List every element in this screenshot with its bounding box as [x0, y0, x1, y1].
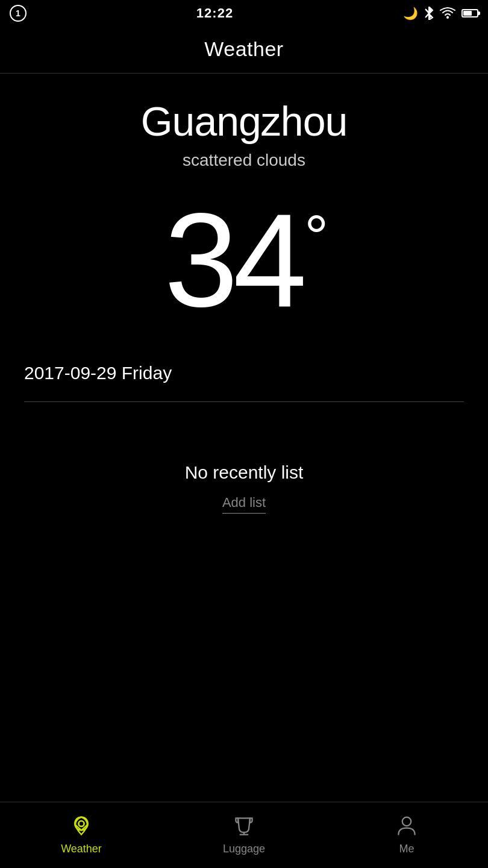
tab-luggage[interactable]: Luggage	[163, 802, 325, 868]
no-list-section: No recently list Add list	[24, 426, 464, 550]
temperature-value: 34	[164, 194, 302, 327]
svg-point-5	[78, 821, 84, 826]
nav-bar: Weather	[0, 27, 488, 74]
weather-content: Guangzhou scattered clouds 34° 2017-09-2…	[0, 74, 488, 802]
date-display: 2017-09-29 Friday	[24, 363, 464, 383]
tab-luggage-label: Luggage	[223, 843, 265, 855]
svg-point-8	[402, 817, 411, 826]
city-name: Guangzhou	[24, 98, 464, 145]
person-icon	[395, 815, 418, 838]
tab-weather[interactable]: Weather	[0, 802, 163, 868]
tab-weather-label: Weather	[61, 843, 102, 855]
status-icons: 🌙	[403, 6, 478, 20]
status-time: 12:22	[196, 5, 233, 21]
trophy-icon	[233, 815, 255, 838]
tab-me-label: Me	[399, 843, 414, 855]
status-bar: 1 12:22 🌙	[0, 0, 488, 27]
temperature-display: 34°	[24, 194, 464, 327]
tab-me[interactable]: Me	[325, 802, 488, 868]
svg-point-2	[446, 16, 449, 19]
battery-icon	[461, 9, 478, 17]
wifi-icon	[440, 7, 455, 19]
page-title: Weather	[204, 37, 283, 60]
divider	[24, 401, 464, 402]
weather-condition: scattered clouds	[24, 151, 464, 170]
tab-bar: Weather Luggage Me	[0, 802, 488, 868]
add-list-button[interactable]: Add list	[222, 495, 266, 514]
bluetooth-icon	[424, 7, 434, 20]
notification-badge: 1	[10, 5, 27, 22]
moon-icon: 🌙	[403, 6, 418, 20]
degree-symbol: °	[304, 206, 324, 266]
no-list-message: No recently list	[24, 462, 464, 483]
location-pin-icon	[70, 815, 93, 838]
